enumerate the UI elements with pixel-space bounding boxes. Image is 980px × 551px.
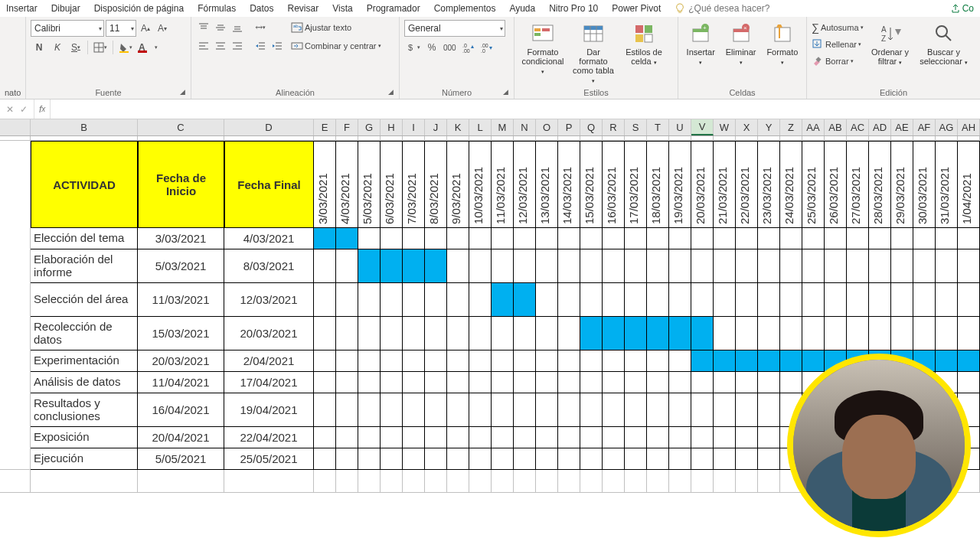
gantt-cell[interactable]: [913, 317, 936, 350]
gantt-cell[interactable]: [336, 317, 358, 350]
align-bottom-icon[interactable]: [230, 20, 245, 35]
gantt-cell[interactable]: [536, 283, 558, 317]
column-header[interactable]: M: [492, 119, 514, 135]
table-cell[interactable]: Elección del tema: [31, 228, 138, 249]
date-header-cell[interactable]: 10/03/2021: [469, 141, 492, 228]
table-row[interactable]: Elaboración del informe5/03/20218/03/202…: [31, 249, 980, 283]
column-header[interactable]: K: [447, 119, 469, 135]
gantt-cell[interactable]: [469, 228, 492, 249]
table-cell[interactable]: Exposición: [31, 427, 138, 448]
tell-me-search[interactable]: ¿Qué desea hacer?: [675, 3, 769, 14]
gantt-cell[interactable]: [758, 249, 780, 283]
gantt-cell[interactable]: [469, 393, 492, 427]
gantt-cell[interactable]: [691, 372, 714, 393]
gantt-cell[interactable]: [469, 249, 492, 283]
gantt-cell[interactable]: [558, 317, 580, 350]
gantt-cell[interactable]: [580, 427, 603, 448]
gantt-cell[interactable]: [425, 427, 447, 448]
column-header[interactable]: T: [647, 119, 669, 135]
increase-indent-icon[interactable]: [270, 38, 285, 54]
italic-button[interactable]: K: [49, 40, 66, 55]
table-cell[interactable]: 11/04/2021: [138, 372, 224, 393]
gantt-cell[interactable]: [336, 372, 358, 393]
gantt-cell[interactable]: [314, 372, 336, 393]
gantt-cell[interactable]: [403, 228, 425, 249]
align-center-icon[interactable]: [213, 38, 228, 54]
date-header-cell[interactable]: 18/03/2021: [647, 141, 669, 228]
gantt-cell[interactable]: [691, 317, 714, 350]
gantt-cell[interactable]: [469, 448, 492, 470]
date-header-cell[interactable]: 14/03/2021: [558, 141, 580, 228]
gantt-cell[interactable]: [736, 228, 758, 249]
gantt-cell[interactable]: [691, 228, 714, 249]
gantt-cell[interactable]: [580, 448, 603, 470]
menu-tab[interactable]: Nitro Pro 10: [549, 3, 598, 14]
column-header[interactable]: AG: [936, 119, 958, 135]
date-header-cell[interactable]: 19/03/2021: [669, 141, 691, 228]
gantt-cell[interactable]: [514, 317, 536, 350]
gantt-cell[interactable]: [403, 317, 425, 350]
date-header-cell[interactable]: 31/03/2021: [936, 141, 958, 228]
gantt-cell[interactable]: [603, 283, 625, 317]
gantt-cell[interactable]: [381, 372, 403, 393]
underline-button[interactable]: S ▾: [67, 40, 84, 55]
table-cell[interactable]: Elaboración del informe: [31, 249, 138, 283]
decrease-font-icon[interactable]: A▾: [155, 21, 170, 36]
table-cell[interactable]: Selección del área: [31, 283, 138, 317]
column-header[interactable]: U: [669, 119, 691, 135]
date-header-cell[interactable]: 27/03/2021: [847, 141, 869, 228]
table-cell[interactable]: Recolección de datos: [31, 317, 138, 350]
table-cell[interactable]: 25/05/2021: [224, 448, 314, 470]
gantt-cell[interactable]: [714, 427, 736, 448]
gantt-cell[interactable]: [358, 393, 381, 427]
table-cell[interactable]: 20/04/2021: [138, 427, 224, 448]
gantt-cell[interactable]: [736, 317, 758, 350]
gantt-cell[interactable]: [558, 283, 580, 317]
gantt-cell[interactable]: [514, 350, 536, 372]
bold-button[interactable]: N: [31, 40, 47, 55]
gantt-cell[interactable]: [469, 372, 492, 393]
format-as-table-button[interactable]: Dar formato como tabla ▾: [570, 20, 617, 86]
menu-tab[interactable]: Revisar: [288, 3, 319, 14]
number-format-combo[interactable]: General▾: [404, 20, 505, 37]
gantt-cell[interactable]: [647, 283, 669, 317]
table-cell[interactable]: 5/03/2021: [138, 249, 224, 283]
gantt-cell[interactable]: [580, 350, 603, 372]
gantt-cell[interactable]: [758, 317, 780, 350]
merge-center-button[interactable]: Combinar y centrar ▾: [291, 38, 381, 54]
menu-tab[interactable]: Power Pivot: [612, 3, 661, 14]
gantt-cell[interactable]: [669, 283, 691, 317]
gantt-cell[interactable]: [691, 283, 714, 317]
column-header[interactable]: W: [714, 119, 736, 135]
increase-font-icon[interactable]: A▴: [138, 21, 153, 36]
date-header-cell[interactable]: 3/03/2021: [314, 141, 336, 228]
gantt-cell[interactable]: [714, 372, 736, 393]
decrease-indent-icon[interactable]: [253, 38, 268, 54]
gantt-cell[interactable]: [736, 393, 758, 427]
gantt-cell[interactable]: [381, 350, 403, 372]
table-cell[interactable]: 8/03/2021: [224, 249, 314, 283]
gantt-cell[interactable]: [447, 393, 469, 427]
gantt-cell[interactable]: [669, 249, 691, 283]
format-cells-button[interactable]: Formato▾: [763, 20, 802, 69]
gantt-cell[interactable]: [381, 448, 403, 470]
gantt-cell[interactable]: [780, 249, 802, 283]
table-cell[interactable]: Ejecución: [31, 448, 138, 470]
column-header[interactable]: AE: [891, 119, 913, 135]
gantt-cell[interactable]: [469, 427, 492, 448]
gantt-cell[interactable]: [669, 228, 691, 249]
gantt-cell[interactable]: [492, 372, 514, 393]
gantt-cell[interactable]: [492, 317, 514, 350]
date-header-cell[interactable]: 28/03/2021: [869, 141, 891, 228]
column-header[interactable]: V: [691, 119, 714, 135]
gantt-cell[interactable]: [558, 393, 580, 427]
gantt-cell[interactable]: [603, 228, 625, 249]
gantt-cell[interactable]: [736, 249, 758, 283]
gantt-cell[interactable]: [514, 448, 536, 470]
column-header[interactable]: [0, 119, 31, 135]
gantt-cell[interactable]: [625, 393, 647, 427]
gantt-cell[interactable]: [447, 228, 469, 249]
number-dialog-launcher-icon[interactable]: ◢: [503, 88, 512, 97]
gantt-cell[interactable]: [669, 350, 691, 372]
gantt-cell[interactable]: [603, 393, 625, 427]
